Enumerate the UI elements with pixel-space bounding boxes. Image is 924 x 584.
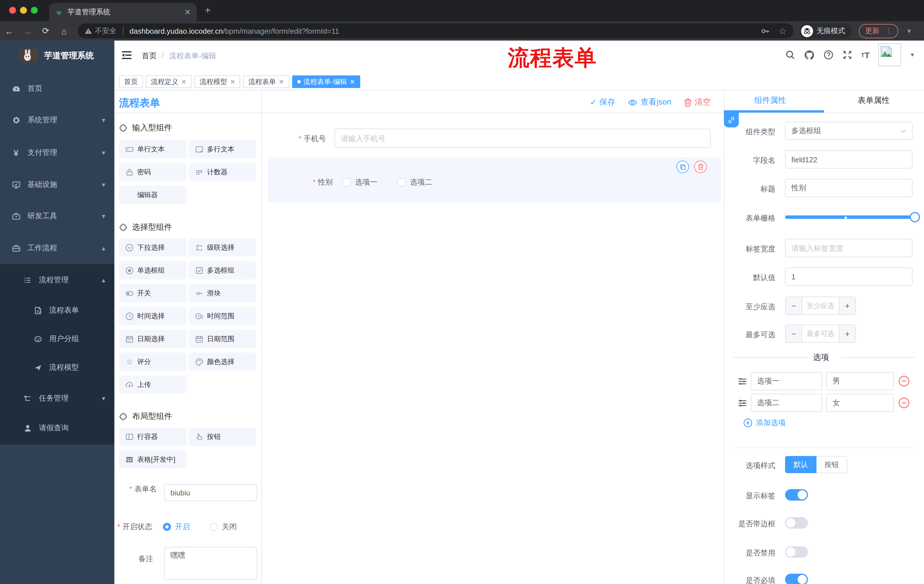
sidebar-item-devtools[interactable]: 研发工具 ▼ <box>0 204 114 229</box>
breadcrumb-home[interactable]: 首页 <box>142 51 157 61</box>
default-value-input[interactable] <box>785 267 912 286</box>
save-button[interactable]: ✓ 保存 <box>590 97 615 107</box>
gender-option-1[interactable]: 选项一 <box>343 177 377 188</box>
option-2-name-input[interactable] <box>751 394 822 412</box>
form-name-input[interactable] <box>164 484 257 501</box>
chip-switch[interactable]: 开关 <box>119 284 186 302</box>
browser-menu-icon[interactable]: ⋮ <box>885 27 892 35</box>
sidebar-collapse-icon[interactable] <box>121 50 132 61</box>
chip-slider[interactable]: 滑块 <box>189 284 256 302</box>
tag-process-form-edit[interactable]: 流程表单-编辑✕ <box>292 76 360 88</box>
option-1-name-input[interactable] <box>751 372 822 390</box>
required-switch[interactable] <box>785 574 808 584</box>
add-option-button[interactable]: 添加选项 <box>743 418 785 428</box>
chip-row-container[interactable]: 行容器 <box>119 428 186 446</box>
remove-option-2-button[interactable] <box>898 397 910 409</box>
back-icon[interactable]: ← <box>0 26 18 36</box>
bookmark-star-icon[interactable]: ☆ <box>779 25 787 36</box>
status-radio-on[interactable]: 开启 <box>163 522 190 532</box>
sidebar-item-process-mgmt[interactable]: 流程管理 ▲ <box>0 267 114 293</box>
tab-component-props[interactable]: 组件属性 <box>754 95 786 106</box>
option-2-value-input[interactable] <box>826 394 894 412</box>
close-tag-icon[interactable]: ✕ <box>230 78 235 86</box>
chip-radio-group[interactable]: 单选框组 <box>119 261 186 280</box>
sidebar-item-task-mgmt[interactable]: 任务管理 ▼ <box>0 386 114 411</box>
field-name-input[interactable] <box>785 150 912 169</box>
tag-process-definition[interactable]: 流程定义✕ <box>146 76 191 88</box>
tag-home[interactable]: 首页 <box>119 76 143 88</box>
option-drag-handle[interactable] <box>738 398 747 408</box>
label-width-input[interactable] <box>785 239 912 257</box>
github-icon[interactable] <box>804 49 815 60</box>
close-tag-icon[interactable]: ✕ <box>181 78 186 86</box>
close-tag-icon[interactable]: ✕ <box>279 78 284 86</box>
chip-cascader[interactable]: 级联选择 <box>189 238 256 257</box>
field-link-tab[interactable] <box>724 113 739 127</box>
avatar[interactable] <box>878 43 901 66</box>
update-browser-button[interactable]: 更新 ⋮ <box>859 24 898 38</box>
app-logo[interactable]: 芋道管理系统 <box>0 43 114 68</box>
chip-button[interactable]: 按钮 <box>189 428 256 446</box>
sidebar-item-user-groups[interactable]: 用户分组 <box>0 326 114 351</box>
copy-component-button[interactable] <box>676 161 689 173</box>
sidebar-item-process-form[interactable]: 流程表单 <box>0 298 114 323</box>
chip-checkbox-group[interactable]: 多选框组 <box>189 261 256 280</box>
not-secure-warning[interactable]: 不安全 <box>85 26 116 36</box>
style-button-button[interactable]: 按钮 <box>817 456 847 473</box>
disabled-switch[interactable] <box>785 546 808 558</box>
view-json-button[interactable]: 查看json <box>628 97 671 107</box>
title-input[interactable] <box>785 179 912 197</box>
reload-icon[interactable]: ⟳ <box>36 26 55 36</box>
show-label-switch[interactable] <box>785 489 808 500</box>
chip-counter[interactable]: 123计数器 <box>189 163 256 181</box>
chip-table[interactable]: 表格[开发中] <box>119 450 186 469</box>
fullscreen-icon[interactable] <box>842 50 853 60</box>
chip-time-picker[interactable]: 时间选择 <box>119 307 186 325</box>
remove-option-1-button[interactable] <box>898 375 910 387</box>
sidebar-item-process-model[interactable]: 流程模型 <box>0 355 114 380</box>
new-tab-icon[interactable]: + <box>205 5 211 16</box>
chip-select[interactable]: 下拉选择 <box>119 238 186 257</box>
window-zoom-button[interactable] <box>31 7 38 14</box>
avatar-caret-icon[interactable]: ▼ <box>910 52 915 58</box>
status-radio-off[interactable]: 关闭 <box>210 522 237 532</box>
password-key-icon[interactable] <box>760 26 770 36</box>
help-icon[interactable] <box>823 50 834 60</box>
font-size-icon[interactable]: TT <box>861 50 870 60</box>
delete-component-button[interactable] <box>694 161 707 173</box>
checkbox-icon[interactable] <box>343 178 350 186</box>
home-icon[interactable]: ⌂ <box>55 26 73 36</box>
chip-rate[interactable]: ☆评分 <box>119 352 186 371</box>
clear-button[interactable]: 清空 <box>684 97 711 107</box>
sidebar-item-system[interactable]: 系统管理 ▼ <box>0 107 114 133</box>
tag-process-model[interactable]: 流程模型✕ <box>195 76 240 88</box>
increase-button[interactable]: + <box>839 325 855 342</box>
chip-single-line-text[interactable]: 单行文本 <box>119 140 186 158</box>
browser-tab[interactable]: 芋道管理系统 ✕ <box>49 3 197 21</box>
search-icon[interactable] <box>785 50 795 60</box>
min-select-value[interactable]: 至少应选 <box>802 297 839 314</box>
tab-form-props[interactable]: 表单属性 <box>858 95 890 106</box>
address-bar[interactable]: 不安全 dashboard.yudao.iocoder.cn/bpm/manag… <box>78 23 794 38</box>
form-grid-slider[interactable] <box>785 215 915 219</box>
sidebar-item-workflow[interactable]: 工作流程 ▲ <box>0 235 114 261</box>
sidebar-item-leave-query[interactable]: 请假查询 <box>0 415 114 441</box>
chip-date-range[interactable]: 日期范围 <box>189 330 256 348</box>
border-switch[interactable] <box>785 517 808 528</box>
toolbar-caret-icon[interactable]: ▼ <box>906 28 912 34</box>
style-default-button[interactable]: 默认 <box>785 456 817 473</box>
chip-password[interactable]: 密码 <box>119 163 186 181</box>
phone-field-input[interactable] <box>335 128 711 148</box>
chip-upload[interactable]: 上传 <box>119 375 186 394</box>
window-minimize-button[interactable] <box>20 7 27 14</box>
increase-button[interactable]: + <box>839 297 855 314</box>
selected-component-gender[interactable]: 性别 选项一 选项二 <box>268 157 721 202</box>
form-remark-textarea[interactable]: 嘿嘿 <box>164 547 257 580</box>
window-close-button[interactable] <box>9 7 16 14</box>
close-tag-icon[interactable]: ✕ <box>350 78 355 86</box>
component-type-select[interactable]: 多选框组 <box>785 122 912 140</box>
sidebar-item-infra[interactable]: 基础设施 ▼ <box>0 172 114 197</box>
chip-time-range[interactable]: 时间范围 <box>189 307 256 325</box>
sidebar-item-payment[interactable]: ¥ 支付管理 ▼ <box>0 140 114 165</box>
sidebar-item-home[interactable]: 首页 <box>0 76 114 101</box>
